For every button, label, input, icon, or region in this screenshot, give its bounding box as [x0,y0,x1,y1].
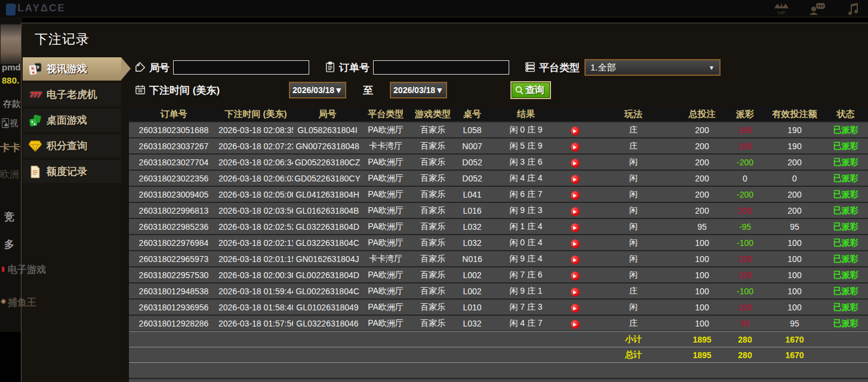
sidebar-item-label: 视讯游戏 [47,62,87,76]
cell-bet_on: 闲 [586,254,681,264]
table-row: 2603180230277042026-03-18 02:06:34GD0522… [129,155,868,171]
cell-platform: PA欧洲厅 [362,125,410,135]
cell-play: ▶ [564,286,586,297]
col-header-table: 桌号 [456,109,488,120]
round-no-input[interactable] [173,60,309,75]
subtotal-row: 小计18952801670 [129,331,868,347]
play-video-button[interactable]: ▶ [571,191,580,200]
sidebar-item-quota-records[interactable]: 额度记录 [23,160,121,183]
play-video-button[interactable]: ▶ [571,320,580,329]
col-header-order: 订单号 [129,109,218,120]
cell-time: 2026-03-18 02:01:15 [218,254,293,264]
query-button[interactable]: 查询 [512,82,550,98]
cell-order: 260318012948538 [129,286,218,296]
play-video-button[interactable]: ▶ [571,175,580,184]
cell-bet_on: 庄 [586,318,681,329]
cell-bet_on: 庄 [586,141,681,152]
sidebar-item-slots[interactable]: 777电子老虎机 [23,83,121,106]
cell-valid: 100 [767,286,823,296]
chat-icon[interactable] [807,1,827,17]
date-to-picker[interactable]: 2026/03/18▼ [390,82,447,98]
cell-result: 闲 6 庄 7 [488,189,564,200]
play-video-button[interactable]: ▶ [571,272,580,281]
cell-table: L010 [456,303,488,312]
cell-bet_on: 闲 [586,302,681,313]
play-video-button[interactable]: ▶ [571,255,580,264]
col-header-result: 结果 [488,109,564,120]
cell-platform: PA欧洲厅 [362,318,410,329]
round-no-label: 局号 [149,61,170,75]
cell-play: ▶ [564,318,586,329]
play-video-button[interactable]: ▶ [571,143,580,152]
cell-game: 百家乐 [410,318,456,329]
bg-video-fragment: 🂡视 [1,118,18,129]
cell-order: 260318022996813 [129,206,218,215]
cell-order: 260318023051688 [129,125,218,135]
cell-platform: 卡卡湾厅 [362,254,410,264]
sidebar-nav: 9K♥视讯游戏777电子老虎机桌面游戏积分查询额度记录 [23,57,121,186]
cell-valid: 200 [767,206,823,215]
sidebar-item-label: 额度记录 [47,165,87,178]
cell-status: 已派彩 [823,270,868,281]
play-video-button[interactable]: ▶ [571,304,580,313]
cell-round: GL0322631804D [293,222,362,232]
cell-order: 260318023022356 [129,174,218,183]
cell-status: 已派彩 [823,157,868,168]
cell-platform: PA欧洲厅 [362,270,410,281]
play-video-button[interactable]: ▶ [571,207,580,216]
date-from-picker[interactable]: 2026/03/18▼ [289,82,346,98]
cell-table: N016 [456,254,488,264]
cell-time: 2026-03-18 02:02:52 [218,222,293,232]
bet-time-label: 下注时间 (美东) [149,84,220,97]
music-icon[interactable] [843,1,863,17]
cell-bet_on: 闲 [586,205,681,216]
cell-result: 闲 9 庄 4 [488,254,564,264]
cell-platform: PA欧洲厅 [362,189,410,200]
cell-payout: 0 [724,174,767,183]
deposit-label: 存款 [3,98,21,110]
cell-play: ▶ [564,141,586,152]
cell-status: 已派彩 [823,125,868,135]
cell-game: 百家乐 [410,173,456,184]
cell-status: 已派彩 [823,302,868,313]
cell-total: 100 [681,303,724,312]
cell-time: 2026-03-18 02:07:23 [218,141,293,151]
bg-duo-fragment: 多 [4,238,14,251]
play-video-button[interactable]: ▶ [571,288,580,297]
cell-result: 闲 5 庄 9 [488,141,564,152]
cell-result: 闲 4 庄 4 [488,173,564,184]
cell-play: ▶ [564,270,586,281]
col-header-platform: 平台类型 [362,109,410,120]
play-video-button[interactable]: ▶ [571,127,580,135]
fish-mini-icon: ❋ [1,298,6,306]
cell-bet_on: 闲 [586,221,681,232]
table-row: 2603180230516882026-03-18 02:08:35GL0582… [129,122,868,138]
order-no-input[interactable] [373,60,509,75]
sidebar-item-video-games[interactable]: 9K♥视讯游戏 [23,57,121,81]
vip-icon[interactable]: VIP [771,1,792,17]
play-video-button[interactable]: ▶ [571,239,580,248]
cell-result: 闲 3 庄 6 [488,157,564,168]
search-icon [515,85,524,95]
subtotal-row-valid-bet: 1670 [767,335,823,344]
cell-game: 百家乐 [410,157,456,168]
sidebar-item-points-query[interactable]: 积分查询 [23,134,121,158]
cell-table: D052 [456,158,488,167]
table-row: 2603180230372672026-03-18 02:07:23GN0072… [129,138,868,155]
subtotal-row-total-bet: 1895 [681,335,724,344]
cell-round: GN00726318048 [293,141,362,151]
platform-type-select[interactable]: 1.全部▼ [584,59,721,76]
username-text: pmd [2,62,21,72]
cell-payout: -100 [724,286,767,296]
cell-platform: PA欧洲厅 [362,302,410,313]
play-video-button[interactable]: ▶ [571,159,580,168]
cell-order: 260318023009405 [129,190,218,199]
cell-table: L002 [456,286,488,296]
cell-total: 100 [681,319,724,328]
cell-time: 2026-03-18 02:00:30 [218,270,293,280]
sidebar-item-table-games[interactable]: 桌面游戏 [23,109,121,132]
cell-status: 已派彩 [823,189,868,200]
cell-time: 2026-03-18 02:06:34 [218,158,293,167]
play-video-button[interactable]: ▶ [571,223,580,232]
cell-bet_on: 庄 [586,125,681,135]
